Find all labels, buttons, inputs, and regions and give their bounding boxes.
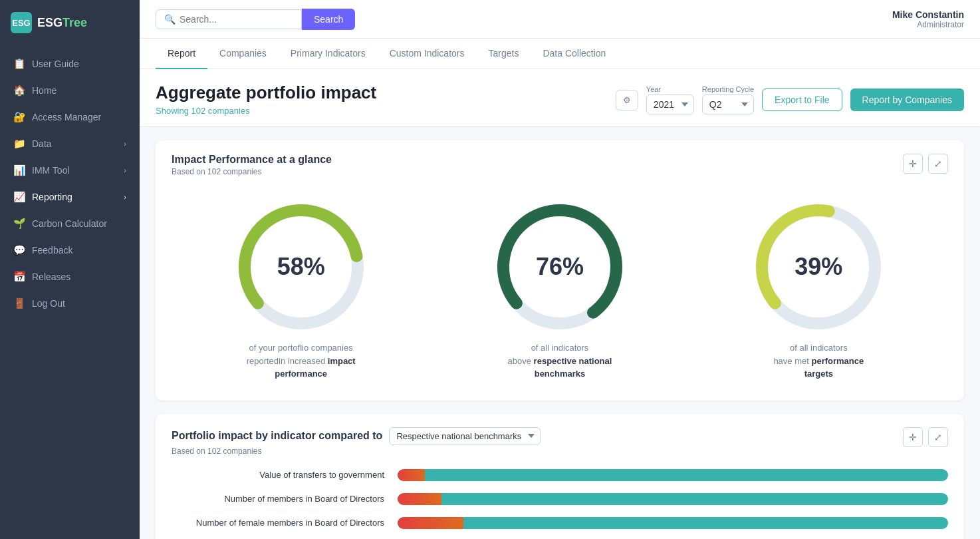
chevron-icon: › — [124, 140, 126, 148]
year-select[interactable]: 2021 — [646, 94, 694, 114]
nav-label-home: Home — [32, 85, 57, 96]
nav-label-access-manager: Access Manager — [32, 112, 101, 122]
header-title-area: Aggregate portfolio impact Showing 102 c… — [156, 83, 376, 116]
impact-card-header: Impact Performance at a glance Based on … — [172, 154, 948, 176]
donut-item-national-benchmarks: 76% of all indicatorsabove respective na… — [493, 200, 626, 381]
tab-data-collection[interactable]: Data Collection — [531, 39, 618, 69]
nav-label-releases: Releases — [32, 271, 70, 282]
nav-icon-imm-tool: 📊 — [13, 164, 25, 176]
page-header: Aggregate portfolio impact Showing 102 c… — [140, 69, 980, 127]
nav-icon-data: 📁 — [13, 138, 25, 150]
impact-card-subtitle: Based on 102 companies — [172, 167, 332, 176]
search-input[interactable] — [180, 14, 293, 25]
nav-label-log-out: Log Out — [32, 298, 65, 309]
cycle-select[interactable]: Q2 — [702, 94, 754, 114]
donuts-row: 58% of your portoflio companies reported… — [172, 187, 948, 387]
indicator-bar-area-0 — [398, 469, 948, 481]
bar-track-0 — [398, 469, 948, 481]
nav-icon-feedback: 💬 — [13, 244, 25, 256]
donut-center-national-benchmarks: 76% — [536, 253, 584, 281]
donut-pct-national-benchmarks: 76% — [536, 253, 584, 281]
portfolio-card: Portfolio impact by indicator compared t… — [156, 414, 964, 540]
bar-track-1 — [398, 493, 948, 505]
sidebar-item-carbon-calculator[interactable]: 🌱Carbon Calculator — [0, 210, 140, 237]
page-tabs: ReportCompaniesPrimary IndicatorsCustom … — [140, 39, 980, 69]
sidebar-item-releases[interactable]: 📅Releases — [0, 264, 140, 290]
search-button[interactable]: Search — [302, 9, 355, 30]
filter-button[interactable]: ⚙ — [616, 90, 638, 110]
donut-item-impact-performance: 58% of your portoflio companies reported… — [235, 200, 368, 381]
nav-icon-home: 🏠 — [13, 85, 25, 96]
sidebar-item-imm-tool[interactable]: 📊IMM Tool› — [0, 157, 140, 184]
nav-label-data: Data — [32, 138, 52, 149]
portfolio-card-header: Portfolio impact by indicator compared t… — [172, 427, 948, 456]
sidebar-item-feedback[interactable]: 💬Feedback — [0, 237, 140, 264]
sidebar-item-data[interactable]: 📁Data› — [0, 130, 140, 157]
bar-red-0 — [398, 469, 425, 481]
nav-label-feedback: Feedback — [32, 245, 72, 256]
tab-custom-indicators[interactable]: Custom Indicators — [378, 39, 477, 69]
main-content: 🔍 Search Mike Constantin Administrator R… — [140, 0, 980, 539]
benchmark-select[interactable]: Respective national benchmarks Global be… — [389, 427, 541, 445]
portfolio-card-actions: ✛ ⤢ — [903, 427, 948, 447]
indicator-label-1: Number of members in Board of Directors — [172, 494, 398, 504]
nav-icon-access-manager: 🔐 — [13, 111, 25, 123]
nav-label-imm-tool: IMM Tool — [32, 165, 70, 176]
tab-primary-indicators[interactable]: Primary Indicators — [279, 39, 378, 69]
indicator-row-2: Number of female members in Board of Dir… — [172, 517, 948, 529]
donut-desc-impact-performance: of your portoflio companies reportedin i… — [241, 341, 361, 381]
year-label: Year — [646, 85, 694, 93]
user-role: Administrator — [892, 20, 964, 29]
donut-svg-national-benchmarks: 76% — [493, 200, 626, 333]
fullscreen-button[interactable]: ⤢ — [928, 154, 948, 174]
search-icon: 🔍 — [164, 14, 176, 25]
nav-items: 📋User Guide🏠Home🔐Access Manager📁Data›📊IM… — [0, 45, 140, 539]
tab-companies[interactable]: Companies — [207, 39, 279, 69]
user-name: Mike Constantin — [892, 9, 964, 20]
portfolio-card-subtitle: Based on 102 companies — [172, 447, 541, 456]
donut-pct-performance-targets: 39% — [795, 253, 842, 281]
chevron-icon: › — [124, 166, 126, 174]
nav-icon-releases: 📅 — [13, 271, 25, 283]
search-input-wrap: 🔍 — [156, 9, 302, 29]
cards-area: Impact Performance at a glance Based on … — [140, 127, 980, 539]
bar-track-2 — [398, 517, 948, 529]
report-by-companies-button[interactable]: Report by Companies — [850, 89, 964, 111]
nav-label-user-guide: User Guide — [32, 59, 79, 69]
indicator-bar-area-2 — [398, 517, 948, 529]
export-to-file-button[interactable]: Export to File — [762, 89, 842, 111]
sidebar-item-home[interactable]: 🏠Home — [0, 77, 140, 104]
sidebar-item-reporting[interactable]: 📈Reporting› — [0, 184, 140, 210]
portfolio-fullscreen-button[interactable]: ⤢ — [928, 427, 948, 447]
logo-text: ESGTree — [37, 16, 87, 30]
year-select-wrap: Year 2021 — [646, 85, 694, 114]
page-title: Aggregate portfolio impact — [156, 83, 376, 103]
impact-card: Impact Performance at a glance Based on … — [156, 140, 964, 401]
search-area: 🔍 Search — [156, 9, 355, 30]
page-content: ReportCompaniesPrimary IndicatorsCustom … — [140, 39, 980, 539]
header-controls: ⚙ Year 2021 Reporting Cycle Q2 Export to… — [616, 85, 964, 114]
indicator-row-0: Value of transfers to government — [172, 469, 948, 481]
tab-report[interactable]: Report — [156, 39, 207, 69]
donut-svg-performance-targets: 39% — [752, 200, 885, 333]
portfolio-card-title: Portfolio impact by indicator compared t… — [172, 430, 382, 442]
indicator-label-2: Number of female members in Board of Dir… — [172, 518, 398, 528]
sidebar-item-access-manager[interactable]: 🔐Access Manager — [0, 104, 140, 130]
nav-icon-log-out: 🚪 — [13, 297, 25, 309]
expand-button[interactable]: ✛ — [903, 154, 923, 174]
nav-icon-reporting: 📈 — [13, 191, 25, 203]
page-subtitle: Showing 102 companies — [156, 106, 376, 116]
sidebar-item-user-guide[interactable]: 📋User Guide — [0, 51, 140, 77]
tab-targets[interactable]: Targets — [477, 39, 531, 69]
logo-icon: ESG — [11, 12, 32, 33]
indicator-label-0: Value of transfers to government — [172, 470, 398, 480]
portfolio-expand-button[interactable]: ✛ — [903, 427, 923, 447]
nav-label-reporting: Reporting — [32, 192, 72, 202]
nav-icon-carbon-calculator: 🌱 — [13, 218, 25, 230]
sidebar-item-log-out[interactable]: 🚪Log Out — [0, 290, 140, 317]
sidebar: ESG ESGTree 📋User Guide🏠Home🔐Access Mana… — [0, 0, 140, 539]
donut-center-impact-performance: 58% — [277, 253, 325, 281]
donut-center-performance-targets: 39% — [795, 253, 842, 281]
indicator-rows: Value of transfers to government Number … — [172, 469, 948, 529]
donut-item-performance-targets: 39% of all indicatorshave met performanc… — [752, 200, 885, 381]
